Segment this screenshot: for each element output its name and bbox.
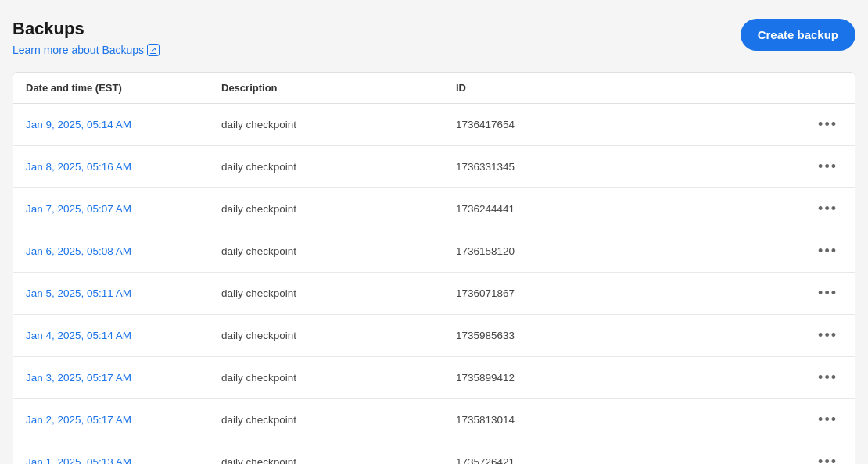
cell-actions: ••• <box>795 410 842 430</box>
cell-id: 1736417654 <box>456 119 795 130</box>
more-options-button[interactable]: ••• <box>813 199 842 219</box>
cell-id: 1736244441 <box>456 203 795 215</box>
backups-table: Date and time (EST) Description ID Jan 9… <box>13 72 855 464</box>
cell-description: daily checkpoint <box>221 161 456 173</box>
cell-datetime: Jan 9, 2025, 05:14 AM <box>26 119 221 130</box>
more-options-button[interactable]: ••• <box>813 157 842 177</box>
col-header-id: ID <box>456 82 795 94</box>
cell-description: daily checkpoint <box>221 119 456 130</box>
cell-actions: ••• <box>795 284 842 303</box>
cell-description: daily checkpoint <box>221 203 456 215</box>
learn-more-link[interactable]: Learn more about Backups <box>13 44 160 56</box>
cell-datetime: Jan 6, 2025, 05:08 AM <box>26 245 221 257</box>
table-row: Jan 8, 2025, 05:16 AMdaily checkpoint173… <box>13 146 855 188</box>
page-title: Backups <box>13 19 160 39</box>
cell-id: 1736158120 <box>456 245 795 257</box>
table-row: Jan 5, 2025, 05:11 AMdaily checkpoint173… <box>13 273 855 315</box>
create-backup-button[interactable]: Create backup <box>741 19 855 51</box>
cell-id: 1735899412 <box>456 372 795 384</box>
table-row: Jan 2, 2025, 05:17 AMdaily checkpoint173… <box>13 399 855 441</box>
cell-actions: ••• <box>795 157 842 177</box>
cell-datetime: Jan 8, 2025, 05:16 AM <box>26 161 221 173</box>
cell-actions: ••• <box>795 452 842 464</box>
external-link-icon <box>147 44 160 56</box>
cell-id: 1736071867 <box>456 287 795 299</box>
table-row: Jan 6, 2025, 05:08 AMdaily checkpoint173… <box>13 230 855 273</box>
col-header-description: Description <box>221 82 456 94</box>
table-row: Jan 7, 2025, 05:07 AMdaily checkpoint173… <box>13 188 855 230</box>
cell-actions: ••• <box>795 241 842 261</box>
table-body: Jan 9, 2025, 05:14 AMdaily checkpoint173… <box>13 104 855 464</box>
table-row: Jan 3, 2025, 05:17 AMdaily checkpoint173… <box>13 357 855 399</box>
col-header-datetime: Date and time (EST) <box>26 82 221 94</box>
cell-actions: ••• <box>795 199 842 219</box>
page-container: Backups Learn more about Backups Create … <box>0 0 868 464</box>
cell-id: 1735813014 <box>456 414 795 426</box>
header-left: Backups Learn more about Backups <box>13 19 160 56</box>
cell-description: daily checkpoint <box>221 245 456 257</box>
more-options-button[interactable]: ••• <box>813 410 842 430</box>
cell-id: 1735726421 <box>456 456 795 464</box>
cell-description: daily checkpoint <box>221 456 456 464</box>
table-row: Jan 9, 2025, 05:14 AMdaily checkpoint173… <box>13 104 855 146</box>
more-options-button[interactable]: ••• <box>813 115 842 134</box>
cell-description: daily checkpoint <box>221 372 456 384</box>
page-header: Backups Learn more about Backups Create … <box>13 19 855 56</box>
cell-description: daily checkpoint <box>221 287 456 299</box>
learn-more-label: Learn more about Backups <box>13 44 144 56</box>
cell-datetime: Jan 4, 2025, 05:14 AM <box>26 330 221 341</box>
cell-actions: ••• <box>795 368 842 387</box>
table-row: Jan 4, 2025, 05:14 AMdaily checkpoint173… <box>13 315 855 357</box>
cell-description: daily checkpoint <box>221 414 456 426</box>
cell-datetime: Jan 3, 2025, 05:17 AM <box>26 372 221 384</box>
cell-id: 1735985633 <box>456 330 795 341</box>
table-row: Jan 1, 2025, 05:13 AMdaily checkpoint173… <box>13 441 855 464</box>
col-header-actions <box>795 82 842 94</box>
more-options-button[interactable]: ••• <box>813 452 842 464</box>
cell-datetime: Jan 5, 2025, 05:11 AM <box>26 287 221 299</box>
cell-id: 1736331345 <box>456 161 795 173</box>
cell-datetime: Jan 1, 2025, 05:13 AM <box>26 456 221 464</box>
more-options-button[interactable]: ••• <box>813 284 842 303</box>
cell-datetime: Jan 2, 2025, 05:17 AM <box>26 414 221 426</box>
table-header: Date and time (EST) Description ID <box>13 73 855 104</box>
cell-actions: ••• <box>795 326 842 345</box>
cell-description: daily checkpoint <box>221 330 456 341</box>
more-options-button[interactable]: ••• <box>813 368 842 387</box>
more-options-button[interactable]: ••• <box>813 326 842 345</box>
more-options-button[interactable]: ••• <box>813 241 842 261</box>
cell-actions: ••• <box>795 115 842 134</box>
cell-datetime: Jan 7, 2025, 05:07 AM <box>26 203 221 215</box>
